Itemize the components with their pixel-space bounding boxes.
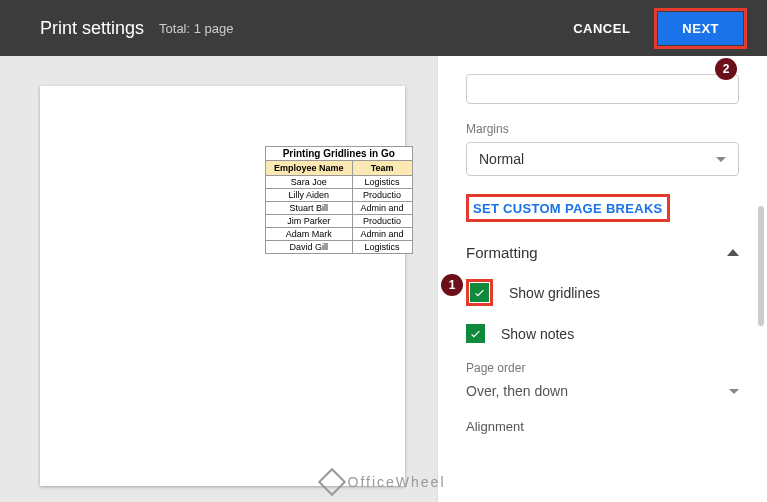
table-title: Printing Gridlines in Go <box>266 147 413 161</box>
step-badge-1: 1 <box>441 274 463 296</box>
page-total: Total: 1 page <box>159 21 233 36</box>
page-order-value: Over, then down <box>466 383 568 399</box>
notes-check-wrap <box>466 324 485 343</box>
table-row: Jim ParkerProductio <box>266 215 413 228</box>
print-preview: Printing Gridlines in Go Employee Name T… <box>0 56 437 502</box>
prev-field[interactable] <box>466 74 739 104</box>
table-row: Adam MarkAdmin and <box>266 228 413 241</box>
gridlines-highlight <box>466 279 493 306</box>
show-notes-checkbox[interactable] <box>466 324 485 343</box>
next-highlight: NEXT <box>654 8 747 49</box>
check-icon <box>469 327 482 340</box>
step-badge-2: 2 <box>715 58 737 80</box>
table-row: Sara JoeLogistics <box>266 176 413 189</box>
cancel-button[interactable]: CANCEL <box>559 13 644 44</box>
formatting-section-toggle[interactable]: Formatting <box>466 244 739 261</box>
paper: Printing Gridlines in Go Employee Name T… <box>40 86 405 486</box>
next-button[interactable]: NEXT <box>658 12 743 45</box>
scrollbar[interactable] <box>758 206 764 326</box>
show-notes-label: Show notes <box>501 326 574 342</box>
table-row: Stuart BillAdmin and <box>266 202 413 215</box>
page-order-label: Page order <box>466 361 739 375</box>
custom-breaks-highlight: SET CUSTOM PAGE BREAKS <box>466 194 670 222</box>
header-actions: CANCEL NEXT <box>559 8 747 49</box>
show-notes-row: Show notes <box>466 324 739 343</box>
table-row: David GillLogistics <box>266 241 413 254</box>
body: Printing Gridlines in Go Employee Name T… <box>0 56 767 502</box>
page-order-select[interactable]: Over, then down <box>466 381 739 401</box>
col-name: Employee Name <box>266 161 353 176</box>
col-team: Team <box>352 161 412 176</box>
preview-table: Printing Gridlines in Go Employee Name T… <box>265 146 413 254</box>
chevron-down-icon <box>716 157 726 162</box>
check-icon <box>473 286 486 299</box>
chevron-up-icon <box>727 249 739 256</box>
show-gridlines-row: Show gridlines <box>466 279 739 306</box>
margins-select[interactable]: Normal <box>466 142 739 176</box>
header-bar: Print settings Total: 1 page CANCEL NEXT <box>0 0 767 56</box>
page-title: Print settings <box>40 18 144 39</box>
settings-panel: Margins Normal SET CUSTOM PAGE BREAKS Fo… <box>437 56 767 502</box>
chevron-down-icon <box>729 389 739 394</box>
formatting-label: Formatting <box>466 244 538 261</box>
margins-value: Normal <box>479 151 524 167</box>
alignment-label: Alignment <box>466 419 739 434</box>
show-gridlines-checkbox[interactable] <box>470 283 489 302</box>
margins-label: Margins <box>466 122 739 136</box>
set-custom-page-breaks-button[interactable]: SET CUSTOM PAGE BREAKS <box>473 201 663 216</box>
show-gridlines-label: Show gridlines <box>509 285 600 301</box>
table-row: Lilly AidenProductio <box>266 189 413 202</box>
